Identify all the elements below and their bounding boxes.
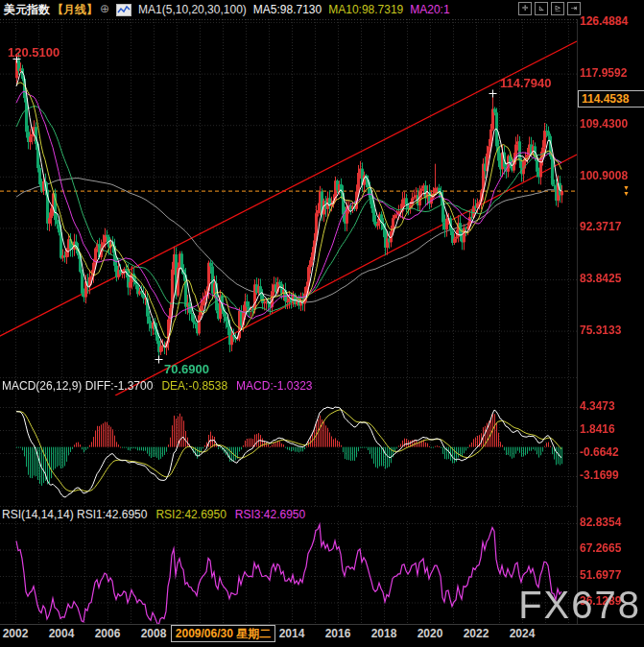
add-pane-icon[interactable]: ⊾ bbox=[535, 2, 548, 15]
x-axis-year: 2024 bbox=[507, 627, 537, 640]
rsi-legend: RSI(14,14,14) RSI1:42.6950 RSI2:42.6950 … bbox=[2, 508, 305, 521]
high-price-label: 114.7940 bbox=[500, 76, 552, 90]
ma-params-label: MA1(5,10,20,30,100) bbox=[138, 3, 247, 16]
price-axis-label: 109.4300 bbox=[580, 117, 643, 131]
rsi-axis-label: 67.2665 bbox=[580, 541, 643, 555]
pan-crosshair-icon[interactable]: ✛ bbox=[518, 2, 532, 15]
exit-fullscreen-icon[interactable]: ⇥ bbox=[567, 2, 581, 15]
fx678-watermark: FX678 bbox=[518, 584, 641, 627]
macd-dea-label: DEA:-0.8538 bbox=[161, 379, 227, 393]
first-high-price-label: 120.5100 bbox=[8, 45, 60, 60]
rsi1-label: RSI(14,14,14) RSI1:42.6950 bbox=[2, 508, 147, 521]
x-axis-year: 2016 bbox=[322, 627, 353, 640]
rsi-pane-canvas[interactable] bbox=[0, 521, 578, 624]
last-price-marker-icon: ▼▼ bbox=[623, 185, 630, 197]
chart-type-icon[interactable] bbox=[116, 4, 131, 16]
ma10-value-label: MA10:98.7319 bbox=[328, 3, 403, 16]
rsi-axis-label: 82.8354 bbox=[580, 515, 643, 529]
x-axis-year: 2004 bbox=[46, 627, 77, 640]
main-legend: 美元指数 【月线】 ⊕ MA1(5,10,20,30,100) MA5:98.7… bbox=[4, 2, 450, 17]
add-indicator-icon[interactable]: ⊕ bbox=[100, 2, 109, 18]
macd-axis-label: -0.6642 bbox=[580, 445, 643, 459]
macd-axis-label: -3.1699 bbox=[580, 468, 643, 482]
x-axis-year: 2020 bbox=[415, 627, 445, 640]
macd-macd-label: MACD:-1.0323 bbox=[236, 379, 312, 393]
rsi2-label: RSI2:42.6950 bbox=[155, 508, 226, 521]
timeframe-label[interactable]: 【月线】 bbox=[52, 2, 98, 18]
ma5-value-label: MA5:98.7130 bbox=[253, 3, 322, 16]
price-axis-label: 100.9008 bbox=[580, 169, 643, 182]
instrument-name: 美元指数 bbox=[4, 2, 50, 18]
macd-axis-label: 1.8416 bbox=[580, 422, 643, 436]
low-price-label: 70.6900 bbox=[164, 362, 209, 376]
x-axis-year: 2022 bbox=[461, 627, 491, 640]
price-axis-label: 117.9592 bbox=[580, 66, 643, 80]
price-pane-canvas[interactable] bbox=[0, 19, 578, 395]
macd-legend: MACD(26,12,9) DIFF:-1.3700 DEA:-0.8538 M… bbox=[2, 379, 312, 393]
ma20-value-label: MA20:1 bbox=[410, 3, 449, 16]
indicator-pane-icon[interactable]: ⊵ bbox=[551, 2, 564, 15]
instrument-title: 美元指数 【月线】 ⊕ bbox=[4, 2, 109, 18]
macd-diff-label: MACD(26,12,9) DIFF:-1.3700 bbox=[2, 379, 153, 393]
macd-pane-canvas[interactable] bbox=[0, 395, 578, 507]
crosshair-date-box: 2009/06/30 星期二 bbox=[171, 625, 275, 642]
price-axis-label: 126.4884 bbox=[580, 14, 643, 28]
x-axis-year: 2008 bbox=[138, 627, 169, 640]
x-axis-year: 2006 bbox=[92, 627, 123, 640]
price-axis-label: 75.3133 bbox=[580, 324, 643, 337]
x-axis-year: 2002 bbox=[0, 627, 31, 640]
chart-toolbar: ✛ ⊾ ⊵ ⇥ bbox=[518, 2, 581, 15]
rsi3-label: RSI3:42.6950 bbox=[235, 508, 305, 521]
rsi-axis-label: 51.6977 bbox=[580, 568, 643, 582]
right-axis-separator bbox=[577, 19, 578, 624]
x-axis-year: 2014 bbox=[276, 627, 307, 640]
chart-app-window: 美元指数 【月线】 ⊕ MA1(5,10,20,30,100) MA5:98.7… bbox=[0, 0, 644, 647]
price-axis-label: 92.3717 bbox=[580, 220, 643, 233]
crosshair-price-box: 114.4538 bbox=[578, 90, 644, 108]
x-axis-year: 2018 bbox=[369, 627, 399, 640]
price-axis-label: 83.8425 bbox=[580, 272, 643, 285]
macd-axis-label: 4.3473 bbox=[580, 399, 643, 413]
